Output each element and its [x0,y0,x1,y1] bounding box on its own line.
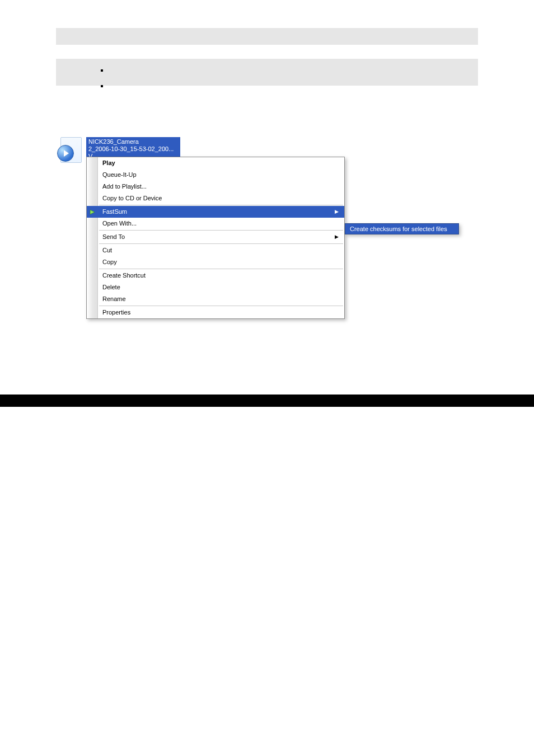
menu-item-create-shortcut[interactable]: Create Shortcut [87,270,344,281]
media-file-icon [56,137,83,164]
bullet-block [56,59,478,86]
menu-separator [99,230,343,231]
submenu-arrow-icon: ▶ [335,208,339,216]
menu-label: Send To [102,233,125,241]
menu-item-copy[interactable]: Copy [87,256,344,268]
submenu-arrow-icon: ▶ [335,233,339,241]
menu-label: Create Shortcut [102,271,146,280]
header-bar [56,28,478,45]
context-menu: Play Queue-It-Up Add to Playlist... Copy… [86,157,345,319]
svg-marker-0 [90,210,95,214]
menu-separator [99,205,343,205]
menu-item-delete[interactable]: Delete [87,281,344,293]
menu-item-copy-cd[interactable]: Copy to CD or Device [87,192,344,204]
menu-item-play[interactable]: Play [87,157,344,169]
screenshot-figure: NICK236_Camera 2_2006-10-30_15-53-02_200… [56,137,465,305]
menu-label: Add to Playlist... [102,182,147,191]
paragraph [62,102,472,115]
menu-label: Queue-It-Up [102,171,137,179]
fastsum-icon [89,209,96,215]
menu-item-open-with[interactable]: Open With... [87,218,344,229]
menu-separator [99,306,343,306]
menu-item-properties[interactable]: Properties [87,307,344,318]
menu-label: Copy to CD or Device [102,194,162,203]
menu-item-add-playlist[interactable]: Add to Playlist... [87,181,344,192]
menu-item-rename[interactable]: Rename [87,293,344,305]
menu-item-fastsum[interactable]: FastSum ▶ [87,206,344,218]
menu-label: Properties [102,308,130,317]
menu-label: Open With... [102,219,137,228]
file-label-line: NICK236_Camera [88,138,139,145]
menu-label: Rename [102,295,126,303]
menu-label: Copy [102,258,117,266]
menu-separator [99,243,343,244]
menu-separator [99,269,343,269]
footer-bar [0,395,534,407]
menu-label: Delete [102,283,120,292]
fastsum-submenu: Create checksums for selected files [345,223,459,234]
body-text [56,102,478,115]
menu-label: Cut [102,246,112,255]
menu-label: FastSum [102,208,127,216]
menu-item-send-to[interactable]: Send To ▶ [87,231,344,243]
submenu-item-create-checksums[interactable]: Create checksums for selected files [350,226,447,232]
menu-label: Play [102,159,115,167]
file-label-line: 2_2006-10-30_15-53-02_200... [88,145,174,152]
menu-item-queue[interactable]: Queue-It-Up [87,169,344,181]
menu-item-cut[interactable]: Cut [87,245,344,256]
